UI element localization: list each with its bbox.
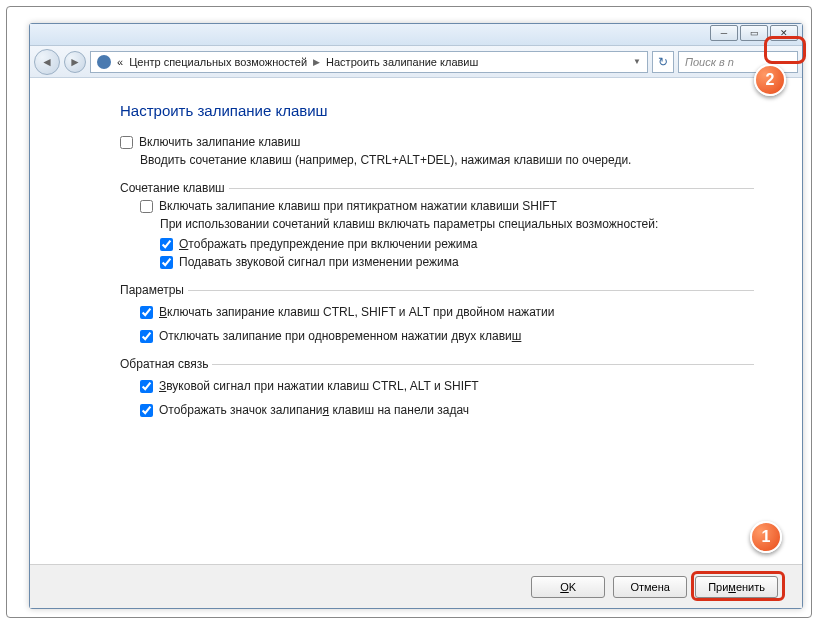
enable-sticky-row: Включить залипание клавиш (120, 135, 754, 149)
section-shortcut-legend: Сочетание клавиш (120, 181, 754, 195)
lock-row: Включать запирание клавиш CTRL, SHIFT и … (140, 305, 754, 319)
enable-sticky-desc: Вводить сочетание клавиш (например, CTRL… (140, 153, 754, 167)
navigation-bar: ◄ ► « Центр специальных возможностей ▶ Н… (30, 46, 802, 78)
close-button[interactable]: ✕ (770, 25, 798, 41)
press-sound-checkbox[interactable] (140, 380, 153, 393)
dialog-window: ─ ▭ ✕ ◄ ► « Центр специальных возможност… (29, 23, 803, 609)
sound-change-checkbox[interactable] (160, 256, 173, 269)
release-row: Отключать залипание при одновременном на… (140, 329, 754, 343)
shift5-desc: При использовании сочетаний клавиш включ… (160, 217, 754, 231)
nav-back-button[interactable]: ◄ (34, 49, 60, 75)
tray-icon-label: Отображать значок залипания клавиш на па… (159, 403, 469, 417)
maximize-button[interactable]: ▭ (740, 25, 768, 41)
shift5-label: Включать залипание клавиш при пятикратно… (159, 199, 557, 213)
apply-button[interactable]: Применить (695, 576, 778, 598)
ok-button[interactable]: OK (531, 576, 605, 598)
press-sound-row: Звуковой сигнал при нажатии клавиш CTRL,… (140, 379, 754, 393)
breadcrumb-item-1[interactable]: Центр специальных возможностей (129, 56, 307, 68)
tray-icon-row: Отображать значок залипания клавиш на па… (140, 403, 754, 417)
section-params-legend: Параметры (120, 283, 754, 297)
control-panel-icon (97, 55, 111, 69)
screenshot-frame: ─ ▭ ✕ ◄ ► « Центр специальных возможност… (6, 6, 812, 618)
section-feedback-legend: Обратная связь (120, 357, 754, 371)
sound-change-row: Подавать звуковой сигнал при изменении р… (160, 255, 754, 269)
callout-badge-2: 2 (754, 64, 786, 96)
enable-sticky-label: Включить залипание клавиш (139, 135, 300, 149)
nav-forward-button[interactable]: ► (64, 51, 86, 73)
release-checkbox[interactable] (140, 330, 153, 343)
breadcrumb-separator: ▶ (313, 57, 320, 67)
minimize-button[interactable]: ─ (710, 25, 738, 41)
warn-label: Отображать предупреждение при включении … (179, 237, 477, 251)
shift5-row: Включать залипание клавиш при пятикратно… (140, 199, 754, 213)
content-area: Настроить залипание клавиш Включить зали… (30, 78, 802, 572)
shift5-checkbox[interactable] (140, 200, 153, 213)
address-bar[interactable]: « Центр специальных возможностей ▶ Настр… (90, 51, 648, 73)
press-sound-label: Звуковой сигнал при нажатии клавиш CTRL,… (159, 379, 479, 393)
release-label: Отключать залипание при одновременном на… (159, 329, 521, 343)
lock-checkbox[interactable] (140, 306, 153, 319)
tray-icon-checkbox[interactable] (140, 404, 153, 417)
sound-change-label: Подавать звуковой сигнал при изменении р… (179, 255, 459, 269)
button-bar: OK Отмена Применить (30, 564, 802, 608)
breadcrumb-item-2[interactable]: Настроить залипание клавиш (326, 56, 478, 68)
callout-badge-1: 1 (750, 521, 782, 553)
page-title: Настроить залипание клавиш (120, 102, 754, 119)
titlebar: ─ ▭ ✕ (30, 24, 802, 46)
breadcrumb-prefix: « (117, 56, 123, 68)
address-dropdown-icon[interactable]: ▼ (633, 57, 641, 66)
lock-label: Включать запирание клавиш CTRL, SHIFT и … (159, 305, 554, 319)
enable-sticky-checkbox[interactable] (120, 136, 133, 149)
refresh-button[interactable]: ↻ (652, 51, 674, 73)
warn-row: Отображать предупреждение при включении … (160, 237, 754, 251)
window-controls: ─ ▭ ✕ (708, 25, 798, 41)
warn-checkbox[interactable] (160, 238, 173, 251)
cancel-button[interactable]: Отмена (613, 576, 687, 598)
